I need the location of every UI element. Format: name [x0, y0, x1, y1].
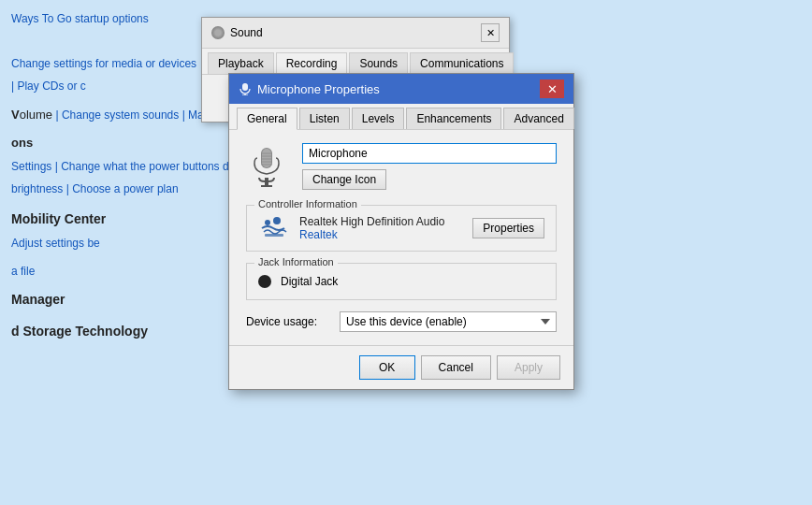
- controller-section-label: Controller Information: [254, 198, 361, 209]
- mic-dialog-title: Microphone Properties: [257, 82, 380, 96]
- controller-left: Realtek High Definition Audio Realtek: [258, 215, 444, 241]
- sound-dialog-title: Sound: [230, 26, 263, 39]
- apply-button[interactable]: Apply: [497, 355, 560, 380]
- bg-ons-title: ons: [11, 136, 33, 150]
- mic-tab-advanced[interactable]: Advanced: [503, 108, 573, 129]
- ok-button[interactable]: OK: [359, 355, 415, 380]
- change-icon-button[interactable]: Change Icon: [302, 169, 386, 190]
- jack-section-label: Jack Information: [254, 256, 338, 267]
- realtek-icon: [258, 215, 290, 241]
- microphone-icon: [252, 144, 282, 191]
- mic-titlebar-left: Microphone Properties: [239, 82, 380, 96]
- mic-name-section: Change Icon: [302, 143, 557, 190]
- bg-volume-label2: olume: [20, 108, 52, 122]
- mic-icon-container: [246, 143, 287, 192]
- device-usage-label: Device usage:: [246, 315, 330, 328]
- startup-link[interactable]: Ways To Go startup options: [11, 12, 149, 25]
- sound-tabs: Playback Recording Sounds Communications: [202, 49, 509, 75]
- bg-settings[interactable]: Settings: [11, 160, 51, 173]
- sound-tab-sounds[interactable]: Sounds: [349, 52, 408, 74]
- general-row: Change Icon: [246, 143, 557, 192]
- controller-link[interactable]: Realtek: [299, 228, 444, 241]
- mic-titlebar: Microphone Properties ✕: [229, 74, 573, 104]
- bg-mobility-link[interactable]: Adjust settings be: [11, 237, 100, 250]
- sound-titlebar: Sound ✕: [202, 18, 509, 49]
- svg-point-13: [273, 217, 281, 224]
- controller-row: Realtek High Definition Audio Realtek Pr…: [258, 215, 544, 241]
- mic-footer: OK Cancel Apply: [229, 345, 573, 389]
- bg-power-plan[interactable]: Choose a power plan: [72, 182, 178, 195]
- mic-tab-levels[interactable]: Levels: [352, 108, 405, 129]
- mic-titlebar-icon: [239, 82, 252, 95]
- mic-tabs: General Listen Levels Enhancements Advan…: [229, 104, 573, 130]
- sound-tab-playback[interactable]: Playback: [208, 52, 274, 74]
- svg-rect-0: [242, 83, 248, 91]
- mic-tab-enhancements[interactable]: Enhancements: [406, 108, 501, 129]
- svg-point-12: [265, 220, 270, 225]
- cancel-button[interactable]: Cancel: [421, 355, 491, 380]
- bg-storage-title: d Storage Technology: [11, 324, 148, 339]
- device-usage-row: Device usage: Use this device (enable) D…: [246, 311, 557, 332]
- bg-link-media2[interactable]: Play CDs or c: [17, 79, 85, 93]
- device-usage-select[interactable]: Use this device (enable) Do not use this…: [340, 311, 557, 332]
- mic-tab-listen[interactable]: Listen: [299, 108, 350, 129]
- svg-rect-4: [265, 178, 268, 187]
- bg-brightness[interactable]: brightness: [11, 182, 63, 195]
- sound-titlebar-left: Sound: [211, 26, 263, 39]
- bg-volume-label: V: [11, 108, 20, 122]
- svg-rect-14: [265, 234, 283, 237]
- jack-info-section: Jack Information Digital Jack: [246, 263, 557, 300]
- bg-mobility-title: Mobility Center: [11, 211, 106, 226]
- jack-dot-icon: [258, 275, 271, 288]
- sound-close-button[interactable]: ✕: [481, 23, 500, 42]
- sound-tab-recording[interactable]: Recording: [276, 52, 348, 75]
- bg-power-btn[interactable]: Change what the power buttons d: [61, 160, 228, 173]
- bg-file-link[interactable]: a file: [11, 265, 35, 278]
- mic-tab-general[interactable]: General: [237, 108, 297, 130]
- jack-row: Digital Jack: [258, 273, 544, 290]
- mic-name-input[interactable]: [302, 143, 557, 164]
- controller-info-section: Controller Information Realtek High Defi…: [246, 205, 557, 252]
- controller-name: Realtek High Definition Audio: [299, 215, 444, 228]
- sound-titlebar-icon: [211, 26, 225, 39]
- controller-info: Realtek High Definition Audio Realtek: [299, 215, 444, 241]
- bg-change-sounds[interactable]: Change system sounds: [62, 108, 179, 122]
- jack-label: Digital Jack: [281, 275, 338, 288]
- mic-properties-dialog: Microphone Properties ✕ General Listen L…: [228, 73, 574, 390]
- mic-close-button[interactable]: ✕: [540, 79, 564, 98]
- sound-tab-communications[interactable]: Communications: [410, 52, 514, 74]
- bg-manager-title: Manager: [11, 292, 65, 307]
- mic-content: Change Icon Controller Information: [229, 130, 573, 345]
- controller-properties-button[interactable]: Properties: [472, 218, 544, 238]
